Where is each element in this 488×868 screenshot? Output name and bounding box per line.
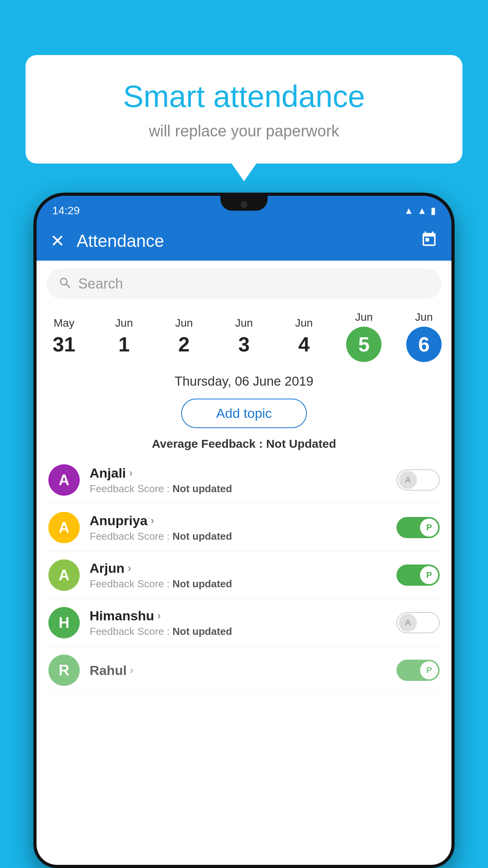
student-info-anjali[interactable]: Anjali › Feedback Score : Not updated bbox=[90, 465, 387, 495]
app-title: Attendance bbox=[77, 231, 409, 251]
student-item-himanshu: H Himanshu › Feedback Score : Not update… bbox=[44, 599, 444, 647]
avg-feedback-label: Average Feedback : bbox=[152, 437, 262, 450]
attendance-toggle-rahul[interactable]: P bbox=[396, 660, 440, 681]
chevron-right-icon: › bbox=[150, 514, 154, 527]
avatar-rahul: R bbox=[48, 655, 80, 686]
toggle-knob-anupriya: P bbox=[420, 519, 438, 537]
date-item-jun4[interactable]: Jun 4 bbox=[283, 317, 326, 356]
battery-icon: ▮ bbox=[431, 205, 436, 216]
student-item-anjali: A Anjali › Feedback Score : Not updated … bbox=[44, 456, 444, 504]
student-item-arjun: A Arjun › Feedback Score : Not updated P bbox=[44, 552, 444, 599]
student-item-anupriya: A Anupriya › Feedback Score : Not update… bbox=[44, 504, 444, 552]
date-item-jun2[interactable]: Jun 2 bbox=[162, 317, 205, 356]
front-camera bbox=[240, 201, 248, 208]
student-item-rahul: R Rahul › P bbox=[44, 647, 444, 694]
status-icons: ▲ ▲ ▮ bbox=[404, 205, 436, 216]
attendance-toggle-anjali[interactable]: A bbox=[396, 469, 440, 491]
student-feedback-anjali: Feedback Score : Not updated bbox=[90, 483, 387, 495]
avatar-himanshu: H bbox=[48, 607, 80, 638]
avg-feedback: Average Feedback : Not Updated bbox=[37, 434, 451, 456]
avatar-arjun: A bbox=[48, 559, 80, 591]
date-selector: May 31 Jun 1 Jun 2 Jun 3 Jun 4 bbox=[37, 307, 451, 366]
student-feedback-himanshu: Feedback Score : Not updated bbox=[90, 625, 387, 638]
speech-bubble-container: Smart attendance will replace your paper… bbox=[26, 55, 462, 164]
student-name-rahul: Rahul › bbox=[90, 663, 387, 678]
search-bar[interactable]: Search bbox=[46, 268, 442, 299]
signal-icon: ▲ bbox=[417, 205, 427, 216]
student-info-arjun[interactable]: Arjun › Feedback Score : Not updated bbox=[90, 561, 387, 590]
student-name-anjali: Anjali › bbox=[90, 465, 387, 481]
date-item-jun6[interactable]: Jun 6 bbox=[402, 311, 446, 362]
student-feedback-arjun: Feedback Score : Not updated bbox=[90, 578, 387, 590]
bubble-title: Smart attendance bbox=[53, 79, 435, 114]
toggle-knob-rahul: P bbox=[420, 661, 438, 679]
add-topic-button[interactable]: Add topic bbox=[181, 399, 307, 428]
notch bbox=[220, 196, 268, 211]
calendar-button[interactable] bbox=[420, 231, 438, 252]
avatar-anupriya: A bbox=[48, 512, 80, 543]
status-time: 14:29 bbox=[52, 204, 80, 217]
toggle-knob-arjun: P bbox=[420, 566, 438, 584]
search-icon bbox=[58, 276, 72, 292]
date-item-may31[interactable]: May 31 bbox=[42, 317, 86, 356]
selected-date-label: Thursday, 06 June 2019 bbox=[174, 374, 313, 388]
date-item-jun3[interactable]: Jun 3 bbox=[222, 317, 266, 356]
student-name-arjun: Arjun › bbox=[90, 561, 387, 576]
toggle-knob-anjali: A bbox=[399, 471, 417, 489]
student-info-rahul[interactable]: Rahul › bbox=[90, 663, 387, 678]
date-info: Thursday, 06 June 2019 bbox=[37, 366, 451, 393]
chevron-right-icon: › bbox=[157, 609, 161, 622]
chevron-right-icon: › bbox=[128, 562, 131, 574]
app-bar: ✕ Attendance bbox=[37, 221, 451, 261]
search-placeholder: Search bbox=[78, 276, 123, 292]
attendance-toggle-anupriya[interactable]: P bbox=[396, 517, 440, 538]
phone-frame: 14:29 ▲ ▲ ▮ ✕ Attendance bbox=[33, 193, 455, 868]
date-item-jun5[interactable]: Jun 5 bbox=[342, 311, 385, 362]
chevron-right-icon: › bbox=[130, 664, 133, 677]
avg-feedback-value: Not Updated bbox=[266, 437, 336, 450]
student-name-anupriya: Anupriya › bbox=[90, 513, 387, 528]
student-name-himanshu: Himanshu › bbox=[90, 608, 387, 623]
avatar-anjali: A bbox=[48, 464, 80, 496]
close-button[interactable]: ✕ bbox=[50, 232, 65, 250]
speech-bubble: Smart attendance will replace your paper… bbox=[26, 55, 462, 164]
screen-content: Search May 31 Jun 1 Jun 2 Jun 3 bbox=[37, 261, 451, 865]
toggle-knob-himanshu: A bbox=[399, 614, 417, 632]
date-item-jun1[interactable]: Jun 1 bbox=[103, 317, 146, 356]
student-info-himanshu[interactable]: Himanshu › Feedback Score : Not updated bbox=[90, 608, 387, 638]
bubble-subtitle: will replace your paperwork bbox=[53, 122, 435, 140]
attendance-toggle-arjun[interactable]: P bbox=[396, 565, 440, 586]
attendance-toggle-himanshu[interactable]: A bbox=[396, 612, 440, 633]
student-feedback-anupriya: Feedback Score : Not updated bbox=[90, 530, 387, 542]
wifi-icon: ▲ bbox=[404, 205, 413, 216]
phone-inner: 14:29 ▲ ▲ ▮ ✕ Attendance bbox=[37, 196, 451, 865]
student-info-anupriya[interactable]: Anupriya › Feedback Score : Not updated bbox=[90, 513, 387, 542]
student-list: A Anjali › Feedback Score : Not updated … bbox=[37, 456, 451, 694]
chevron-right-icon: › bbox=[129, 467, 133, 479]
